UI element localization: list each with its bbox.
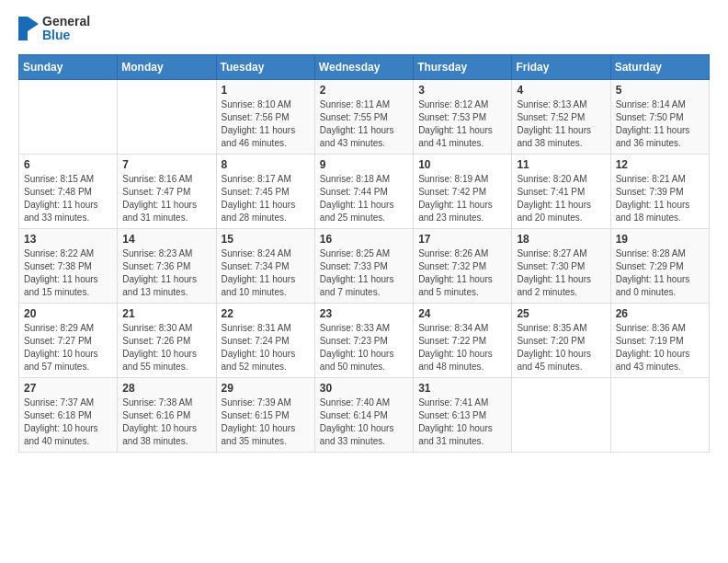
- weekday-row: SundayMondayTuesdayWednesdayThursdayFrid…: [19, 54, 710, 79]
- day-number: 26: [616, 307, 704, 320]
- calendar-cell: 2Sunrise: 8:11 AMSunset: 7:55 PMDaylight…: [314, 79, 413, 154]
- day-number: 8: [222, 158, 310, 171]
- day-number: 12: [616, 158, 704, 171]
- day-number: 23: [320, 307, 408, 320]
- day-info: Sunrise: 7:37 AMSunset: 6:18 PMDaylight:…: [24, 396, 112, 448]
- week-row-1: 1Sunrise: 8:10 AMSunset: 7:56 PMDaylight…: [19, 79, 710, 154]
- day-number: 5: [616, 84, 704, 97]
- calendar-cell: 3Sunrise: 8:12 AMSunset: 7:53 PMDaylight…: [414, 79, 512, 154]
- day-info: Sunrise: 8:23 AMSunset: 7:36 PMDaylight:…: [122, 247, 210, 299]
- day-info: Sunrise: 8:14 AMSunset: 7:50 PMDaylight:…: [616, 98, 704, 150]
- day-info: Sunrise: 8:30 AMSunset: 7:26 PMDaylight:…: [122, 322, 210, 373]
- day-info: Sunrise: 7:40 AMSunset: 6:14 PMDaylight:…: [320, 396, 408, 448]
- day-info: Sunrise: 8:18 AMSunset: 7:44 PMDaylight:…: [320, 173, 408, 224]
- day-number: 1: [222, 84, 310, 97]
- day-number: 27: [24, 382, 112, 395]
- day-info: Sunrise: 8:10 AMSunset: 7:56 PMDaylight:…: [222, 98, 310, 150]
- day-info: Sunrise: 7:41 AMSunset: 6:13 PMDaylight:…: [418, 396, 506, 448]
- day-info: Sunrise: 7:39 AMSunset: 6:15 PMDaylight:…: [222, 396, 310, 448]
- logo: General Blue: [18, 15, 90, 43]
- calendar-cell: 12Sunrise: 8:21 AMSunset: 7:39 PMDayligh…: [610, 154, 709, 228]
- day-number: 20: [24, 307, 112, 320]
- calendar-cell: 9Sunrise: 8:18 AMSunset: 7:44 PMDaylight…: [314, 154, 413, 228]
- calendar-cell: 7Sunrise: 8:16 AMSunset: 7:47 PMDaylight…: [118, 154, 216, 228]
- calendar-cell: 11Sunrise: 8:20 AMSunset: 7:41 PMDayligh…: [512, 154, 610, 228]
- day-number: 31: [418, 382, 506, 395]
- weekday-header-friday: Friday: [512, 54, 610, 79]
- week-row-2: 6Sunrise: 8:15 AMSunset: 7:48 PMDaylight…: [19, 154, 710, 228]
- weekday-header-monday: Monday: [118, 54, 216, 79]
- calendar-cell: 29Sunrise: 7:39 AMSunset: 6:15 PMDayligh…: [216, 377, 314, 452]
- day-number: 17: [418, 233, 506, 246]
- day-number: 25: [517, 307, 605, 320]
- weekday-header-saturday: Saturday: [610, 54, 709, 79]
- day-number: 14: [122, 233, 210, 246]
- day-info: Sunrise: 8:11 AMSunset: 7:55 PMDaylight:…: [320, 98, 408, 150]
- day-number: 10: [418, 158, 506, 171]
- weekday-header-tuesday: Tuesday: [216, 54, 314, 79]
- day-info: Sunrise: 8:24 AMSunset: 7:34 PMDaylight:…: [222, 247, 310, 299]
- day-number: 29: [222, 382, 310, 395]
- calendar-table: SundayMondayTuesdayWednesdayThursdayFrid…: [18, 54, 710, 453]
- calendar-cell: [19, 79, 118, 154]
- day-number: 11: [517, 158, 605, 171]
- day-number: 16: [320, 233, 408, 246]
- day-info: Sunrise: 8:34 AMSunset: 7:22 PMDaylight:…: [418, 322, 506, 373]
- week-row-3: 13Sunrise: 8:22 AMSunset: 7:38 PMDayligh…: [19, 228, 710, 303]
- day-info: Sunrise: 8:33 AMSunset: 7:23 PMDaylight:…: [320, 322, 408, 373]
- day-info: Sunrise: 8:29 AMSunset: 7:27 PMDaylight:…: [24, 322, 112, 373]
- calendar-cell: 19Sunrise: 8:28 AMSunset: 7:29 PMDayligh…: [610, 228, 709, 303]
- calendar-cell: 16Sunrise: 8:25 AMSunset: 7:33 PMDayligh…: [314, 228, 413, 303]
- day-number: 9: [320, 158, 408, 171]
- logo-text-line2: Blue: [42, 29, 90, 42]
- calendar-cell: [118, 79, 216, 154]
- calendar-cell: 24Sunrise: 8:34 AMSunset: 7:22 PMDayligh…: [414, 303, 512, 377]
- week-row-5: 27Sunrise: 7:37 AMSunset: 6:18 PMDayligh…: [19, 377, 710, 452]
- day-info: Sunrise: 8:20 AMSunset: 7:41 PMDaylight:…: [517, 173, 605, 224]
- calendar-cell: [512, 377, 610, 452]
- calendar-cell: 13Sunrise: 8:22 AMSunset: 7:38 PMDayligh…: [19, 228, 118, 303]
- day-info: Sunrise: 8:22 AMSunset: 7:38 PMDaylight:…: [24, 247, 112, 299]
- calendar-cell: 26Sunrise: 8:36 AMSunset: 7:19 PMDayligh…: [610, 303, 709, 377]
- day-info: Sunrise: 8:16 AMSunset: 7:47 PMDaylight:…: [122, 173, 210, 224]
- weekday-header-wednesday: Wednesday: [314, 54, 413, 79]
- calendar-cell: 30Sunrise: 7:40 AMSunset: 6:14 PMDayligh…: [314, 377, 413, 452]
- day-info: Sunrise: 8:27 AMSunset: 7:30 PMDaylight:…: [517, 247, 605, 299]
- calendar-cell: 8Sunrise: 8:17 AMSunset: 7:45 PMDaylight…: [216, 154, 314, 228]
- day-number: 6: [24, 158, 112, 171]
- calendar-cell: 28Sunrise: 7:38 AMSunset: 6:16 PMDayligh…: [118, 377, 216, 452]
- calendar-cell: 14Sunrise: 8:23 AMSunset: 7:36 PMDayligh…: [118, 228, 216, 303]
- day-info: Sunrise: 8:17 AMSunset: 7:45 PMDaylight:…: [222, 173, 310, 224]
- logo-flag-icon: [18, 17, 39, 40]
- day-number: 18: [517, 233, 605, 246]
- day-info: Sunrise: 8:21 AMSunset: 7:39 PMDaylight:…: [616, 173, 704, 224]
- day-info: Sunrise: 8:15 AMSunset: 7:48 PMDaylight:…: [24, 173, 112, 224]
- day-number: 3: [418, 84, 506, 97]
- day-number: 7: [122, 158, 210, 171]
- page: General Blue SundayMondayTuesdayWednesda…: [0, 0, 728, 467]
- week-row-4: 20Sunrise: 8:29 AMSunset: 7:27 PMDayligh…: [19, 303, 710, 377]
- calendar-cell: 23Sunrise: 8:33 AMSunset: 7:23 PMDayligh…: [314, 303, 413, 377]
- weekday-header-thursday: Thursday: [414, 54, 512, 79]
- weekday-header-sunday: Sunday: [19, 54, 118, 79]
- header: General Blue: [18, 15, 710, 43]
- calendar-cell: 10Sunrise: 8:19 AMSunset: 7:42 PMDayligh…: [414, 154, 512, 228]
- day-info: Sunrise: 8:26 AMSunset: 7:32 PMDaylight:…: [418, 247, 506, 299]
- svg-rect-0: [18, 17, 28, 40]
- day-number: 2: [320, 84, 408, 97]
- calendar-cell: 5Sunrise: 8:14 AMSunset: 7:50 PMDaylight…: [610, 79, 709, 154]
- day-number: 24: [418, 307, 506, 320]
- day-number: 21: [122, 307, 210, 320]
- day-number: 22: [222, 307, 310, 320]
- calendar-cell: 21Sunrise: 8:30 AMSunset: 7:26 PMDayligh…: [118, 303, 216, 377]
- calendar-cell: 1Sunrise: 8:10 AMSunset: 7:56 PMDaylight…: [216, 79, 314, 154]
- calendar-cell: [610, 377, 709, 452]
- day-number: 28: [122, 382, 210, 395]
- calendar-cell: 25Sunrise: 8:35 AMSunset: 7:20 PMDayligh…: [512, 303, 610, 377]
- calendar-cell: 18Sunrise: 8:27 AMSunset: 7:30 PMDayligh…: [512, 228, 610, 303]
- calendar-cell: 15Sunrise: 8:24 AMSunset: 7:34 PMDayligh…: [216, 228, 314, 303]
- day-info: Sunrise: 8:28 AMSunset: 7:29 PMDaylight:…: [616, 247, 704, 299]
- day-number: 30: [320, 382, 408, 395]
- calendar-body: 1Sunrise: 8:10 AMSunset: 7:56 PMDaylight…: [19, 79, 710, 452]
- day-number: 15: [222, 233, 310, 246]
